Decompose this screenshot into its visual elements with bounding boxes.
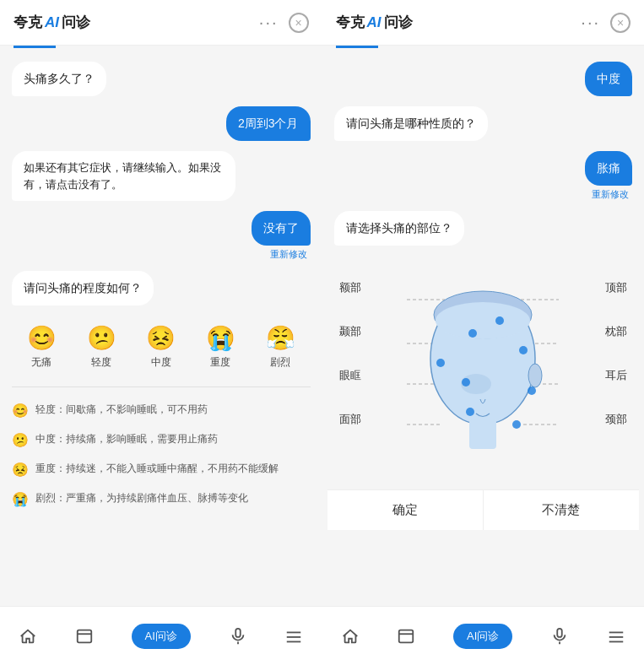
svg-point-25 [462,378,470,387]
head-diagram-svg [407,274,559,477]
right-title-prefix: 夸克 [336,13,365,32]
message-group: 胀痛 重新修改 [334,151,633,201]
mic-button[interactable] [229,627,247,646]
pain-label-none: 无痛 [31,355,51,370]
pain-emoji-extreme: 😤 [266,324,295,352]
pain-emoji-none: 😊 [27,324,57,352]
table-row: 中度 [334,62,633,96]
svg-rect-29 [399,630,414,642]
bot-message: 请选择头痛的部位？ [334,211,464,246]
right-browser-button[interactable] [397,627,415,646]
table-row: 请问头痛是哪种性质的？ [334,106,633,141]
label-eye[interactable]: 眼眶 [327,368,366,383]
svg-point-21 [468,329,477,338]
svg-point-28 [512,420,521,429]
right-close-button[interactable]: × [610,13,630,33]
unsure-button[interactable]: 不清楚 [484,490,639,530]
pain-option-moderate[interactable]: 😣 中度 [146,324,176,370]
label-forehead[interactable]: 额部 [327,280,366,295]
remodify-button[interactable]: 重新修改 [12,248,307,261]
svg-rect-31 [557,628,562,636]
user-message: 没有了 [252,211,311,246]
right-home-icon [341,627,360,646]
pain-emoji-mild: 😕 [87,324,116,352]
left-title-ai: AI [45,14,59,31]
left-header: 夸克 AI 问诊 ··· × [0,0,322,46]
right-remodify-button[interactable]: 重新修改 [334,188,630,201]
label-neck[interactable]: 颈部 [600,412,639,427]
pain-label-severe: 重度 [210,355,230,370]
left-toolbar: AI问诊 [0,606,322,665]
right-title: 夸克 AI 问诊 [336,13,413,32]
left-close-button[interactable]: × [289,13,309,33]
pain-emoji-severe: 😭 [206,324,235,352]
list-item: 😭 剧烈：严重痛，为持续剧痛伴血压、脉搏等变化 [12,489,311,509]
browser-icon [75,627,94,646]
confirm-button[interactable]: 确定 [327,490,484,530]
menu-button[interactable] [284,627,303,646]
pain-option-mild[interactable]: 😕 轻度 [87,324,116,370]
diagram-buttons: 确定 不清楚 [327,489,640,530]
left-title-prefix: 夸克 [14,13,42,32]
pain-emoji-moderate: 😣 [146,324,176,352]
divider [12,387,311,387]
svg-point-23 [436,359,445,367]
right-toolbar: AI问诊 [322,606,645,665]
table-row: 没有了 [12,211,311,246]
list-item: 😊 轻度：间歇痛，不影响睡眠，可不用药 [12,401,311,420]
label-behind-ear[interactable]: 耳后 [600,368,639,383]
user-message: 中度 [585,62,632,96]
bot-message: 请问头痛的程度如何？ [12,271,154,305]
right-header-actions: ··· × [581,13,630,33]
desc-icon-mild: 😊 [12,403,29,419]
svg-point-17 [528,364,542,387]
right-menu-icon [607,627,625,646]
user-message: 胀痛 [585,151,632,186]
pain-option-extreme[interactable]: 😤 剧烈 [266,324,295,370]
pain-option-severe[interactable]: 😭 重度 [206,324,235,370]
table-row: 头痛多久了？ [12,62,311,96]
svg-rect-0 [78,630,92,642]
left-chat-area: 头痛多久了？ 2周到3个月 如果还有其它症状，请继续输入。如果没有，请点击没有了… [0,48,322,606]
browser-button[interactable] [75,627,94,646]
desc-icon-extreme: 😭 [12,491,29,507]
desc-icon-severe: 😣 [12,462,29,478]
right-menu-button[interactable] [607,627,625,646]
pain-option-none[interactable]: 😊 无痛 [27,324,57,370]
home-icon [19,627,37,646]
svg-point-20 [436,302,530,339]
right-home-button[interactable] [341,627,360,646]
right-ai-consult-button[interactable]: AI问诊 [453,624,512,649]
label-top[interactable]: 顶部 [600,280,639,295]
label-temple[interactable]: 颞部 [327,324,366,339]
user-message: 2周到3个月 [226,106,311,141]
right-chat-area: 中度 请问头痛是哪种性质的？ 胀痛 重新修改 请选择头痛的部位？ [322,48,645,259]
left-title-suffix: 问诊 [62,13,90,32]
left-title: 夸克 AI 问诊 [14,13,90,32]
diagram-grid: 额部 颞部 眼眶 面部 顶部 枕部 耳后 颈部 [327,266,640,489]
label-face[interactable]: 面部 [327,412,366,427]
right-title-ai: AI [367,14,382,31]
bot-message: 请问头痛是哪种性质的？ [334,106,488,141]
diagram-wrapper: 额部 颞部 眼眶 面部 顶部 枕部 耳后 颈部 [322,259,645,606]
label-occiput[interactable]: 枕部 [600,324,639,339]
bot-message: 头痛多久了？ [12,62,106,96]
table-row: 请问头痛的程度如何？ [12,271,311,305]
svg-rect-16 [469,419,496,449]
table-row: 请选择头痛的部位？ [334,211,633,246]
right-more-button[interactable]: ··· [581,13,600,32]
ai-consult-button[interactable]: AI问诊 [132,624,191,649]
right-mic-button[interactable] [550,627,569,646]
pain-label-extreme: 剧烈 [270,355,290,370]
menu-icon [284,627,303,646]
right-header: 夸克 AI 问诊 ··· × [322,0,645,46]
pain-label-moderate: 中度 [151,355,171,370]
desc-icon-moderate: 😕 [12,432,29,448]
left-more-button[interactable]: ··· [259,13,279,32]
left-panel: 夸克 AI 问诊 ··· × 头痛多久了？ 2周到3个月 如果还有其它症状，请继… [0,0,322,665]
bot-message: 如果还有其它症状，请继续输入。如果没有，请点击没有了。 [12,151,235,201]
home-button[interactable] [19,627,37,646]
svg-point-26 [528,387,536,395]
right-mic-icon [550,627,569,646]
head-svg-container [366,274,601,477]
